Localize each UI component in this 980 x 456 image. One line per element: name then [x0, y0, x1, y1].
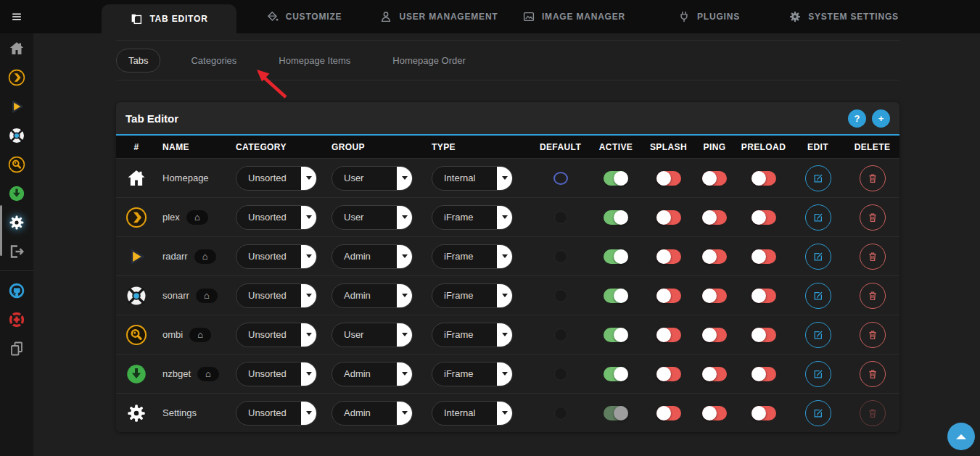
preload-toggle[interactable] — [752, 367, 776, 381]
default-radio[interactable] — [553, 172, 568, 185]
edit-button[interactable] — [805, 361, 831, 387]
top-tab-plugins[interactable]: PLUGINS — [641, 0, 776, 33]
default-radio[interactable] — [554, 368, 567, 381]
group-select[interactable]: User — [332, 205, 413, 230]
type-select[interactable]: iFrame — [432, 244, 513, 269]
active-toggle[interactable] — [604, 406, 628, 420]
group-select[interactable]: Admin — [332, 244, 413, 269]
type-select[interactable]: iFrame — [432, 362, 513, 386]
default-radio[interactable] — [554, 328, 567, 341]
ping-toggle[interactable] — [702, 171, 727, 186]
delete-button[interactable] — [860, 165, 886, 191]
splash-toggle[interactable] — [656, 328, 681, 342]
ping-toggle[interactable] — [702, 249, 727, 264]
sidebar-item-github[interactable] — [0, 276, 33, 305]
edit-button[interactable] — [805, 165, 831, 191]
edit-button[interactable] — [805, 283, 831, 309]
sidebar-item-ombi[interactable] — [0, 150, 33, 179]
edit-button[interactable] — [805, 400, 831, 426]
sidebar-item-documentation[interactable] — [0, 334, 33, 363]
splash-toggle[interactable] — [656, 249, 681, 264]
ping-toggle[interactable] — [702, 406, 727, 420]
preload-toggle[interactable] — [752, 171, 776, 186]
add-tab-button[interactable]: + — [872, 109, 890, 128]
type-select[interactable]: iFrame — [432, 323, 513, 347]
active-toggle[interactable] — [604, 328, 628, 342]
ping-toggle[interactable] — [702, 289, 727, 303]
sidebar-scrollbar[interactable] — [0, 205, 2, 256]
chevron-down-icon — [306, 215, 312, 219]
category-select[interactable]: Unsorted — [236, 362, 317, 386]
preload-toggle[interactable] — [752, 406, 776, 420]
category-select[interactable]: Unsorted — [236, 205, 317, 230]
menu-toggle-button[interactable] — [0, 0, 33, 33]
category-select[interactable]: Unsorted — [236, 166, 317, 191]
table-row-plex: plex⌂UnsortedUseriFrame — [116, 197, 899, 236]
default-radio[interactable] — [554, 407, 567, 420]
default-radio[interactable] — [554, 250, 567, 263]
group-select[interactable]: Admin — [332, 283, 413, 308]
splash-toggle[interactable] — [656, 210, 681, 225]
default-radio[interactable] — [554, 211, 567, 224]
sidebar-item-radarr[interactable] — [0, 92, 33, 121]
subnav-tab-tabs[interactable]: Tabs — [116, 49, 160, 72]
splash-toggle[interactable] — [656, 406, 681, 420]
category-select-value: Unsorted — [248, 173, 287, 183]
category-select[interactable]: Unsorted — [236, 283, 317, 308]
category-select[interactable]: Unsorted — [236, 401, 317, 426]
preload-toggle[interactable] — [752, 328, 776, 342]
group-select[interactable]: User — [332, 323, 413, 347]
delete-button[interactable] — [860, 204, 886, 231]
sidebar-item-settings[interactable] — [0, 208, 33, 237]
preload-toggle[interactable] — [752, 249, 776, 264]
sidebar-item-home[interactable] — [0, 34, 33, 63]
type-select[interactable]: Internal — [432, 401, 513, 426]
top-tab-system-settings[interactable]: SYSTEM SETTINGS — [776, 0, 911, 33]
sidebar-item-plex[interactable] — [0, 63, 33, 92]
scroll-to-top-button[interactable] — [947, 423, 975, 450]
active-toggle[interactable] — [604, 289, 628, 303]
group-select[interactable]: Admin — [332, 362, 413, 386]
group-select[interactable]: User — [332, 166, 413, 191]
sidebar-item-support[interactable] — [0, 305, 33, 334]
top-tab-user-management[interactable]: USER MANAGEMENT — [371, 0, 506, 33]
delete-button[interactable] — [860, 361, 886, 387]
help-button[interactable]: ? — [848, 109, 866, 128]
preload-toggle[interactable] — [752, 289, 776, 303]
edit-button[interactable] — [805, 204, 831, 231]
sidebar-item-logout[interactable] — [0, 237, 33, 266]
group-select[interactable]: Admin — [332, 401, 413, 426]
type-select[interactable]: Internal — [432, 166, 513, 191]
edit-button[interactable] — [805, 322, 831, 348]
active-toggle[interactable] — [604, 367, 628, 381]
active-toggle[interactable] — [604, 249, 628, 264]
type-select[interactable]: iFrame — [432, 283, 513, 308]
ping-toggle[interactable] — [702, 328, 727, 342]
ping-toggle[interactable] — [702, 367, 727, 381]
splash-toggle[interactable] — [656, 171, 681, 186]
type-cell: Internal — [428, 166, 533, 191]
category-select[interactable]: Unsorted — [236, 323, 317, 347]
active-toggle[interactable] — [604, 210, 628, 225]
type-select[interactable]: iFrame — [432, 205, 513, 230]
sidebar-item-nzbget[interactable] — [0, 179, 33, 208]
subnav-tab-homepage-items[interactable]: Homepage Items — [267, 49, 362, 72]
delete-button[interactable] — [860, 283, 886, 309]
active-toggle[interactable] — [604, 171, 628, 186]
category-select[interactable]: Unsorted — [236, 244, 317, 269]
delete-button[interactable] — [860, 244, 886, 270]
preload-toggle[interactable] — [752, 210, 776, 225]
top-tab-image-manager[interactable]: IMAGE MANAGER — [506, 0, 641, 33]
default-radio[interactable] — [554, 289, 567, 302]
ping-toggle[interactable] — [702, 210, 727, 225]
top-tab-tab-editor[interactable]: TAB EDITOR — [102, 4, 236, 33]
splash-toggle[interactable] — [656, 367, 681, 381]
edit-button[interactable] — [805, 244, 831, 270]
subnav-tab-homepage-order[interactable]: Homepage Order — [381, 49, 477, 72]
top-tab-customize[interactable]: CUSTOMIZE — [236, 0, 371, 33]
toggle-knob — [614, 171, 628, 186]
delete-button[interactable] — [860, 322, 886, 348]
splash-toggle[interactable] — [656, 289, 681, 303]
subnav-tab-categories[interactable]: Categories — [179, 49, 248, 72]
sidebar-item-sonarr[interactable] — [0, 121, 33, 150]
